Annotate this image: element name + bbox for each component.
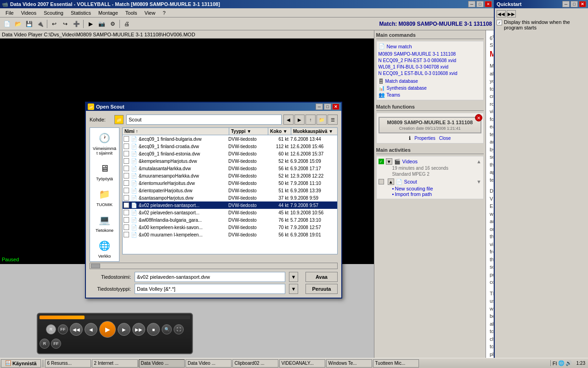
- sidebar-recent[interactable]: 🕐 Viimeisimmät sijainnit: [92, 130, 117, 156]
- file-row[interactable]: 📄 &santasampoHarjotus.dvw DVW-tiedosto 3…: [123, 194, 337, 201]
- file-checkbox[interactable]: [124, 136, 129, 142]
- filename-input[interactable]: &v02 pielaveden-santasport.dvw: [135, 272, 285, 282]
- col-size[interactable]: Koko ▼: [268, 128, 291, 135]
- nav-up-btn[interactable]: ↑: [305, 115, 316, 125]
- menu-montage[interactable]: Montage: [95, 9, 122, 17]
- file-row[interactable]: 📄 &v02 pielaveden-santasport... DVW-tied…: [123, 209, 337, 216]
- redo-btn[interactable]: ↪: [60, 19, 70, 29]
- nav-forward-btn[interactable]: ▶: [294, 115, 305, 125]
- cancel-btn[interactable]: Peruuta: [305, 284, 338, 294]
- qs-back-btn[interactable]: ◀◀: [497, 10, 506, 17]
- nav-new-folder-btn[interactable]: 📁: [317, 115, 327, 125]
- file-row[interactable]: 📄 &x00 kempeleen-keski-savon... DVW-tied…: [123, 224, 337, 231]
- zoom-btn[interactable]: 🔍: [162, 324, 172, 334]
- qs-close-btn[interactable]: ✕: [579, 1, 586, 7]
- file-row[interactable]: 📄 &kempelesampHarjotus.dvw DVW-tiedosto …: [123, 157, 337, 165]
- menu-videos[interactable]: Videos: [17, 9, 40, 17]
- match-link[interactable]: N ECQ09_2 FIN-EST 3-0 080608 xvid: [379, 58, 481, 63]
- file-checkbox[interactable]: [124, 173, 129, 178]
- match-link[interactable]: M0809 SAMPO-MUURLE 3-1 131108: [379, 51, 481, 57]
- file-row[interactable]: 📄 &wl08finlandia-bulgaria_gara... DVW-ti…: [123, 216, 337, 224]
- start-button[interactable]: 🪟 Käynnistä: [1, 359, 41, 368]
- fastforward-btn[interactable]: ▶▶: [132, 323, 145, 336]
- sidebar-tuomik[interactable]: 📁 TUOMIK: [96, 186, 113, 208]
- connect-btn[interactable]: 🔌: [35, 19, 45, 29]
- col-type[interactable]: Tyyppi ▼: [229, 128, 268, 135]
- file-checkbox[interactable]: [124, 232, 129, 237]
- file-row[interactable]: 📄 &ecq09_1 finland-bulgaria.dvw DVW-tied…: [123, 135, 337, 143]
- record-btn[interactable]: R: [46, 324, 56, 334]
- video-btn[interactable]: ▶: [85, 19, 96, 29]
- videos-expand[interactable]: ▼: [386, 158, 392, 165]
- dialog-minimize-btn[interactable]: ─: [316, 104, 323, 110]
- settings-btn[interactable]: ⚙: [107, 19, 118, 29]
- file-checkbox[interactable]: [124, 166, 129, 171]
- taskbar-item[interactable]: Tuotteen Mic...: [373, 359, 419, 368]
- sidebar-computer[interactable]: 💻 Tietokone: [95, 212, 114, 234]
- file-row[interactable]: 📄 &v02 pielaveden-santasport... DVW-tied…: [123, 201, 337, 209]
- filetype-dropdown[interactable]: ▼: [289, 284, 298, 294]
- videos-link[interactable]: Videos: [402, 159, 475, 164]
- file-row[interactable]: 📄 &rientomuurleHarjoitus.dvw DVW-tiedost…: [123, 179, 337, 187]
- dialog-maximize-btn[interactable]: □: [324, 104, 331, 110]
- file-checkbox[interactable]: [124, 151, 129, 156]
- file-checkbox[interactable]: [124, 188, 129, 193]
- file-row[interactable]: 📄 &x00 muuramen l-kempeleen... DVW-tiedo…: [123, 231, 337, 238]
- add-btn[interactable]: ➕: [71, 19, 81, 29]
- stepback-btn[interactable]: ◀: [85, 323, 97, 336]
- file-checkbox[interactable]: [124, 158, 129, 164]
- match-link[interactable]: WL08_1 FIN-BUL 0-3 040708 xvid: [379, 64, 481, 70]
- file-row[interactable]: 📄 &ecq09_1 finland-estonia.dvw DVW-tiedo…: [123, 150, 337, 157]
- print-btn[interactable]: 🖨: [122, 19, 132, 29]
- minimize-btn[interactable]: ─: [468, 1, 475, 7]
- menu-file[interactable]: File: [2, 9, 17, 17]
- menu-view[interactable]: View: [141, 9, 159, 17]
- taskbar-item[interactable]: Data Video ...: [139, 359, 185, 368]
- file-row[interactable]: 📄 &ecq09_1 finland-croatia.dvw DVW-tiedo…: [123, 143, 337, 150]
- menu-tools[interactable]: Tools: [122, 9, 141, 17]
- stop-btn[interactable]: ■: [147, 323, 160, 336]
- taskbar-item[interactable]: Clipboard02 ...: [232, 359, 278, 368]
- new-btn[interactable]: 📄: [2, 19, 12, 29]
- open-btn[interactable]: 📂: [13, 19, 23, 29]
- file-checkbox[interactable]: [124, 195, 129, 201]
- qs-maximize-btn[interactable]: □: [571, 1, 578, 7]
- file-row[interactable]: 📄 &rientopateriHarjoitus.dvw DVW-tiedost…: [123, 187, 337, 194]
- file-checkbox[interactable]: [124, 224, 129, 230]
- qs-checkbox[interactable]: ✓: [497, 20, 502, 25]
- dialog-horizontal-scrollbar[interactable]: [90, 263, 338, 269]
- col-name[interactable]: Nimi ↑: [123, 128, 229, 135]
- match-functions-close-btn[interactable]: ✕: [475, 114, 482, 121]
- file-checkbox[interactable]: [124, 202, 129, 208]
- synthesis-db-link[interactable]: Synthesis database: [387, 85, 427, 91]
- import-link[interactable]: • Import from path: [392, 191, 481, 197]
- scout-link[interactable]: Scout: [404, 179, 475, 184]
- qs-forward-btn[interactable]: ▶▶: [507, 10, 516, 17]
- file-checkbox[interactable]: [124, 210, 129, 215]
- frameforward-btn[interactable]: FF: [58, 324, 68, 334]
- play-btn[interactable]: ▶: [99, 321, 116, 338]
- extra-r-btn[interactable]: R: [40, 339, 50, 349]
- new-scouting-link[interactable]: • New scouting file: [392, 186, 481, 191]
- scrollbar-thumb[interactable]: [91, 264, 100, 268]
- match-db-link[interactable]: Match database: [385, 78, 418, 84]
- taskbar-item[interactable]: 6 Resurss...: [45, 359, 91, 368]
- taskbar-item[interactable]: 2 Internet ...: [92, 359, 138, 368]
- scout-expand-btn[interactable]: ▲: [388, 178, 394, 185]
- menu-statistics[interactable]: Statistics: [67, 9, 95, 17]
- open-btn[interactable]: Avaa: [305, 272, 338, 282]
- camera-btn[interactable]: 📷: [96, 19, 107, 29]
- taskbar-item[interactable]: VIDEOANALY...: [279, 359, 325, 368]
- file-checkbox[interactable]: [124, 217, 129, 223]
- match-link[interactable]: N ECQ09_1 EST-BUL 0-3 010608 xvid: [379, 70, 481, 76]
- extra-ff-btn[interactable]: FF: [51, 339, 61, 349]
- stepforward-btn[interactable]: ▶: [118, 323, 130, 336]
- nav-view-btn[interactable]: ☰: [328, 115, 338, 125]
- filename-dropdown[interactable]: ▼: [289, 272, 298, 282]
- rewind-btn[interactable]: ◀◀: [70, 323, 83, 336]
- col-date[interactable]: Muokkauspäivä ▼: [291, 128, 337, 135]
- file-row[interactable]: 📄 &muuramesampoHarkka.dvw DVW-tiedosto 5…: [123, 172, 337, 179]
- sidebar-desktop[interactable]: 🖥 Työpöytä: [95, 160, 114, 182]
- close-btn[interactable]: ✕: [485, 1, 492, 7]
- taskbar-item[interactable]: Windows Te...: [326, 359, 372, 368]
